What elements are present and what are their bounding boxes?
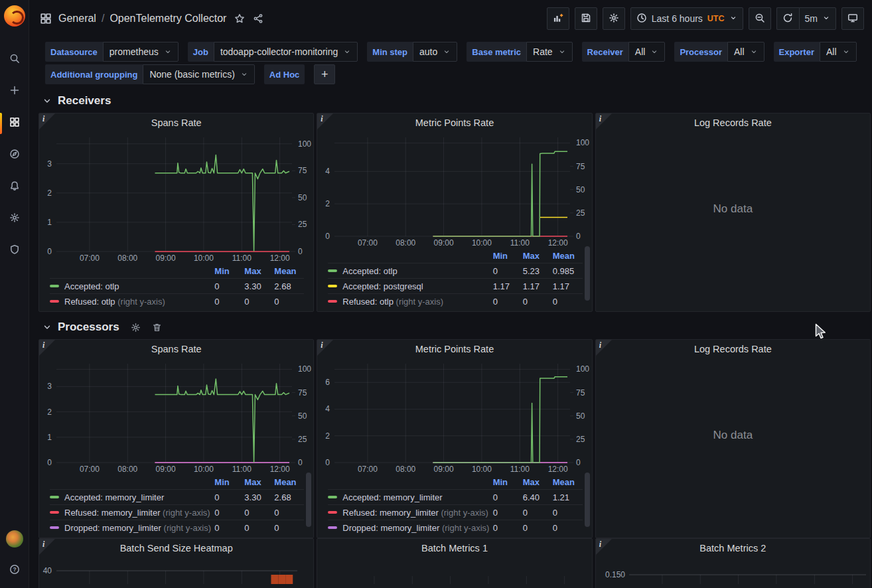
variable-value-dropdown[interactable]: todoapp-collector-monitoring <box>214 42 358 62</box>
variable-value-dropdown[interactable]: All <box>628 42 666 62</box>
variable-value-dropdown[interactable]: auto <box>413 42 457 62</box>
sidebar-item-configuration[interactable] <box>0 206 29 232</box>
legend-series-label[interactable]: Refused: memory_limiter (right y-axis) <box>50 508 214 518</box>
panel-title[interactable]: Spans Rate <box>39 113 313 132</box>
refresh-button[interactable] <box>776 7 799 30</box>
sidebar-item-explore[interactable] <box>0 142 29 169</box>
panel-title[interactable]: Batch Send Size Heatmap <box>39 539 313 557</box>
panel-info-corner[interactable] <box>596 340 612 356</box>
legend-column-mean[interactable]: Mean <box>274 477 304 487</box>
legend-column-max[interactable]: Max <box>523 477 553 487</box>
legend-series-label[interactable]: Accepted: postgresql <box>328 281 492 291</box>
legend-label-text: Refused: otlp (right y-axis) <box>342 297 443 307</box>
legend-row: Dropped: memory_limiter (right y-axis)00… <box>328 520 582 535</box>
panel-info-corner[interactable] <box>317 340 333 356</box>
legend-value-mean: 0 <box>274 508 304 518</box>
svg-text:25: 25 <box>576 208 585 218</box>
sidebar-item-search[interactable] <box>0 46 29 73</box>
compass-icon <box>9 149 20 162</box>
svg-text:10:00: 10:00 <box>472 465 492 474</box>
panel-title[interactable]: Log Records Rate <box>596 113 870 132</box>
star-icon[interactable] <box>234 13 245 24</box>
legend-column-mean[interactable]: Mean <box>553 251 583 261</box>
panel-chart-preview[interactable]: 40 <box>39 557 313 584</box>
panel-info-corner[interactable] <box>317 113 333 129</box>
section-header-processors[interactable]: Processors <box>42 321 872 334</box>
share-icon[interactable] <box>253 13 263 24</box>
variable-value-dropdown[interactable]: prometheus <box>103 42 179 62</box>
panel-info-corner[interactable] <box>39 113 55 129</box>
zoom-out-time-button[interactable] <box>749 7 771 30</box>
panel-title[interactable]: Spans Rate <box>39 340 313 358</box>
legend-header: MinMaxMean <box>328 475 582 489</box>
panel-info-corner[interactable] <box>39 539 55 555</box>
add-panel-button[interactable] <box>547 7 569 30</box>
panel-title[interactable]: Log Records Rate <box>596 340 870 358</box>
sidebar-item-add[interactable] <box>0 78 29 105</box>
panel-chart-preview[interactable]: 0.150 <box>596 557 870 584</box>
legend-column-min[interactable]: Min <box>493 251 523 261</box>
time-range-picker[interactable]: Last 6 hours UTC <box>630 7 743 30</box>
dashboard-settings-button[interactable] <box>603 7 625 30</box>
panel-info-corner[interactable] <box>596 113 612 129</box>
variable-value-dropdown[interactable]: All <box>727 42 764 62</box>
legend-column-mean[interactable]: Mean <box>553 477 583 487</box>
legend-column-max[interactable]: Max <box>244 266 274 276</box>
legend-scrollbar[interactable] <box>306 473 311 527</box>
panel-title[interactable]: Batch Metrics 2 <box>596 539 870 557</box>
legend-series-label[interactable]: Accepted: memory_limiter <box>50 492 214 502</box>
grafana-logo[interactable] <box>4 5 25 27</box>
panel-info-corner[interactable] <box>596 539 612 555</box>
timeseries-chart[interactable]: 07:0008:0009:0010:0011:0012:000123025507… <box>39 358 313 475</box>
legend-series-label[interactable]: Refused: memory_limiter (right y-axis) <box>328 508 492 518</box>
breadcrumb-folder[interactable]: General <box>58 13 96 25</box>
legend-series-label[interactable]: Refused: otlp (right y-axis) <box>328 297 492 307</box>
adhoc-add-button[interactable]: + <box>314 64 335 84</box>
svg-text:75: 75 <box>298 166 307 175</box>
apps-breadcrumb-icon[interactable] <box>40 13 52 25</box>
timeseries-chart[interactable]: 07:0008:0009:0010:0011:0012:000246025507… <box>317 358 591 475</box>
breadcrumb-dashboard-title[interactable]: OpenTelemetry Collector <box>109 13 226 25</box>
sidebar-item-profile[interactable] <box>0 526 29 552</box>
legend-scrollbar[interactable] <box>585 473 590 527</box>
legend-header: MinMaxMean <box>328 248 582 263</box>
kiosk-mode-button[interactable] <box>841 7 864 30</box>
legend-series-label[interactable]: Dropped: memory_limiter (right y-axis) <box>50 523 214 533</box>
panel-info-corner[interactable] <box>39 340 55 356</box>
row-settings-button[interactable] <box>131 323 141 332</box>
legend-series-label[interactable]: Accepted: otlp <box>328 266 492 276</box>
legend-series-label[interactable]: Accepted: memory_limiter <box>328 492 492 502</box>
sidebar-item-dashboards[interactable] <box>0 110 29 137</box>
timeseries-chart[interactable]: 07:0008:0009:0010:0011:0012:000123025507… <box>39 132 313 263</box>
legend-column-min[interactable]: Min <box>214 266 244 276</box>
legend-column-min[interactable]: Min <box>493 477 523 487</box>
variable-value-dropdown[interactable]: Rate <box>526 42 573 62</box>
heatmap-cell <box>285 575 293 584</box>
sidebar-item-help[interactable]: ? <box>0 557 29 584</box>
legend-column-max[interactable]: Max <box>244 477 274 487</box>
panel-title[interactable]: Metric Points Rate <box>317 113 591 132</box>
svg-text:0.150: 0.150 <box>605 570 625 579</box>
panel-title[interactable]: Batch Metrics 1 <box>317 539 591 557</box>
sidebar-item-alerting[interactable] <box>0 174 29 200</box>
timeseries-chart[interactable]: 07:0008:0009:0010:0011:0012:000240255075… <box>317 132 591 248</box>
sidebar-item-admin[interactable] <box>0 238 29 264</box>
legend-column-mean[interactable]: Mean <box>274 266 304 276</box>
no-data-message: No data <box>596 429 870 442</box>
legend-scrollbar[interactable] <box>585 246 590 301</box>
save-dashboard-button[interactable] <box>575 7 597 30</box>
legend-series-label[interactable]: Dropped: memory_limiter (right y-axis) <box>328 523 492 533</box>
variable-value-dropdown[interactable]: All <box>820 42 857 62</box>
panel-chart-preview[interactable] <box>317 557 591 584</box>
legend-series-label[interactable]: Accepted: otlp <box>50 281 214 291</box>
legend-column-max[interactable]: Max <box>523 251 553 261</box>
legend-series-label[interactable]: Refused: otlp (right y-axis) <box>50 297 214 307</box>
legend-value-max: 0 <box>244 523 274 533</box>
svg-text:12:00: 12:00 <box>548 465 568 474</box>
row-delete-button[interactable] <box>152 323 162 332</box>
variable-value-dropdown[interactable]: None (basic metrics) <box>143 64 254 84</box>
panel-title[interactable]: Metric Points Rate <box>317 340 591 358</box>
refresh-interval-picker[interactable]: 5m <box>799 7 836 30</box>
section-header-receivers[interactable]: Receivers <box>42 94 872 108</box>
legend-column-min[interactable]: Min <box>214 477 244 487</box>
